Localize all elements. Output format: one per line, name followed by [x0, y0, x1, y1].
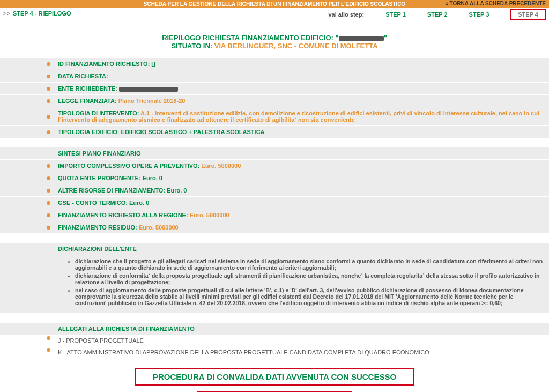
bullet-icon [47, 75, 50, 78]
quota-value: Euro. 0 [143, 175, 162, 181]
ente-richiedente-label: ENTE RICHIEDENTE: [58, 85, 119, 92]
step-bar: « TORNA ALLA SCHEDA PRECEDENTE >> STEP 4… [0, 8, 549, 22]
residuo-label: FINANZIAMENTO RESIDUO: [58, 224, 139, 231]
redacted-ente [119, 87, 178, 92]
altre-value: Euro. 0 [167, 187, 187, 194]
dichiarazione-item: dichiarazione che il progetto e gli alle… [75, 258, 545, 271]
row-legge-finanziata: LEGGE FINANZIATA: Piano Triennale 2018-2… [0, 94, 549, 107]
back-link[interactable]: « TORNA ALLA SCHEDA PRECEDENTE [445, 1, 546, 6]
dichiarazioni-list: dichiarazione che il progetto e gli alle… [75, 258, 545, 306]
row-allegato-k: K - ATTO AMMINISTRATIVO DI APPROVAZIONE … [0, 346, 549, 358]
step-4-link[interactable]: STEP 4 [518, 11, 538, 18]
header-dichiarazioni: DICHIARAZIONI DELL'ENTE [0, 243, 549, 255]
bullet-icon [47, 164, 50, 168]
row-allegato-j: J - PROPOSTA PROGETTUALE [0, 335, 549, 346]
allegato-k-text: K - ATTO AMMINISTRATIVO DI APPROVAZIONE … [54, 346, 549, 358]
row-quota-ente: QUOTA ENTE PROPONENTE: Euro. 0 [0, 172, 549, 184]
legge-finanziata-value: Piano Triennale 2018-20 [118, 98, 186, 104]
step-4-active-box: STEP 4 [510, 9, 546, 20]
data-richiesta-label: DATA RICHIESTA: [58, 73, 108, 79]
tipologia-edificio-value: EDIFICIO SCOLASTICO + PALESTRA SCOLASTIC… [121, 129, 265, 135]
row-altre-risorse: ALTRE RISORSE DI FINANZIAMENTO: Euro. 0 [0, 184, 549, 196]
header-sintesi-piano: SINTESI PIANO FINANZIARIO [0, 147, 549, 159]
gse-label: GSE - CONTO TERMICO: [58, 199, 129, 206]
title-line2-label: SITUATO IN: [171, 42, 214, 50]
row-tipologia-edificio: TIPOLOGIA EDIFICIO: EDIFICIO SCOLASTICO … [0, 125, 549, 138]
title-line1-suffix: " [384, 34, 387, 42]
legge-finanziata-label: LEGGE FINANZIATA: [58, 98, 118, 104]
redacted-building-name [339, 36, 384, 41]
row-gse: GSE - CONTO TERMICO: Euro. 0 [0, 196, 549, 209]
row-finanziamento-residuo: FINANZIAMENTO RESIDUO: Euro. 5000000 [0, 221, 549, 233]
row-tipologia-intervento: TIPOLOGIA DI INTERVENTO: A.1 - Intervent… [0, 107, 549, 125]
bullet-icon [47, 130, 50, 134]
importo-value: Euro. 5000000 [201, 162, 241, 169]
gse-value: Euro. 0 [129, 199, 149, 206]
row-finanziamento-regione: FINANZIAMENTO RICHIESTO ALLA REGIONE: Eu… [0, 209, 549, 221]
current-step-text: STEP 4 - RIEPILOGO [13, 10, 71, 17]
tipologia-intervento-label: TIPOLOGIA DI INTERVENTO: [58, 110, 140, 116]
bullet-icon [47, 176, 50, 180]
header-allegati: ALLEGATI ALLA RICHIESTA DI FINANZIAMENTO [0, 323, 549, 335]
importo-label: IMPORTO COMPLESSIVO OPERE A PREVENTIVO: [58, 162, 201, 169]
step-nav-label: vai allo step: [328, 11, 364, 18]
validation-success-box: PROCEDURA DI CONVALIDA DATI AVVENUTA CON… [135, 368, 414, 386]
bullet-icon [47, 189, 50, 193]
step-2-link[interactable]: STEP 2 [427, 11, 448, 18]
row-dichiarazioni-body: dichiarazione che il progetto e gli alle… [0, 255, 549, 313]
header-dichiarazioni-label: DICHIARAZIONI DELL'ENTE [54, 243, 549, 255]
bullet-icon [47, 87, 50, 91]
residuo-value: Euro. 5000000 [139, 224, 179, 231]
bullet-icon [47, 62, 50, 66]
bullet-icon [47, 348, 50, 352]
bullet-icon [47, 99, 50, 103]
step-arrow-icon: >> [3, 10, 10, 17]
bullet-icon [47, 201, 50, 205]
id-finanziamento-suffix: ] [153, 61, 155, 67]
quota-label: QUOTA ENTE PROPONENTE: [58, 175, 143, 181]
bullet-icon [47, 336, 50, 340]
title-line2-value: VIA BERLINGUER, SNC - COMUNE DI MOLFETTA [214, 42, 378, 50]
current-step-label: >> STEP 4 - RIEPILOGO [3, 10, 71, 17]
title-line2: SITUATO IN: VIA BERLINGUER, SNC - COMUNE… [0, 42, 549, 50]
allegato-j-text: J - PROPOSTA PROGETTUALE [54, 335, 549, 346]
bullet-icon [47, 226, 50, 230]
row-data-richiesta: DATA RICHIESTA: [0, 70, 549, 82]
bullet-icon [47, 213, 50, 217]
bullet-icon [47, 115, 50, 119]
row-id-finanziamento: ID FINANZIAMENTO RICHIESTO: [] [0, 57, 549, 70]
header-allegati-label: ALLEGATI ALLA RICHIESTA DI FINANZIAMENTO [54, 323, 549, 335]
step-1-link[interactable]: STEP 1 [385, 11, 406, 18]
step-3-link[interactable]: STEP 3 [469, 11, 489, 18]
dichiarazione-item: nel caso di aggiornamento delle proposte… [75, 287, 545, 306]
row-importo-complessivo: IMPORTO COMPLESSIVO OPERE A PREVENTIVO: … [0, 159, 549, 172]
tipologia-edificio-label: TIPOLOGIA EDIFICIO: [58, 129, 121, 135]
row-ente-richiedente: ENTE RICHIEDENTE: [0, 82, 549, 94]
dichiarazione-item: dichiarazione di conformita` della propo… [75, 272, 545, 285]
regione-value: Euro. 5000000 [190, 212, 229, 218]
step-nav: vai allo step: STEP 1 STEP 2 STEP 3 STEP… [328, 9, 546, 20]
id-finanziamento-label: ID FINANZIAMENTO RICHIESTO: [ [58, 61, 153, 67]
regione-label: FINANZIAMENTO RICHIESTO ALLA REGIONE: [58, 212, 190, 218]
title-block: RIEPILOGO RICHIESTA FINANZIAMENTO EDIFIC… [0, 34, 549, 50]
title-line1-prefix: RIEPILOGO RICHIESTA FINANZIAMENTO EDIFIC… [162, 34, 338, 42]
altre-label: ALTRE RISORSE DI FINANZIAMENTO: [58, 187, 167, 194]
header-sintesi-piano-label: SINTESI PIANO FINANZIARIO [54, 147, 549, 159]
title-line1: RIEPILOGO RICHIESTA FINANZIAMENTO EDIFIC… [0, 34, 549, 42]
